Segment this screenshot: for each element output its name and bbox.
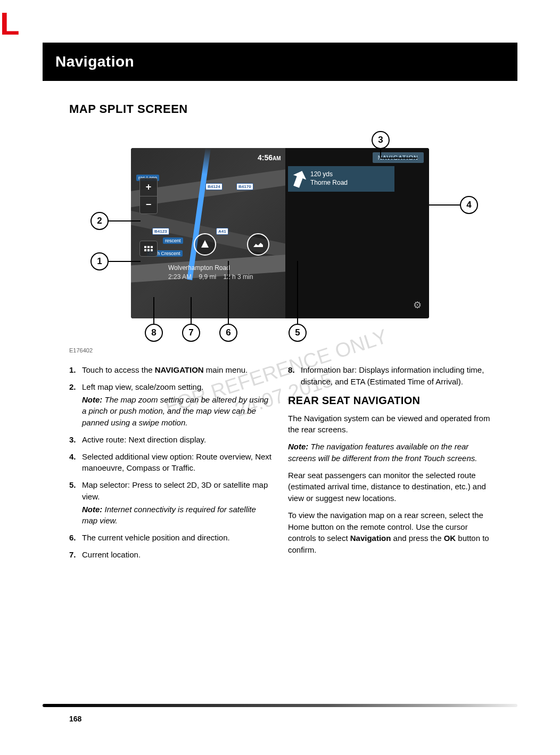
turn-arrow-icon [290, 169, 308, 190]
info-bar: 2:23 AM 9,9 mi 12 h 3 min [168, 273, 258, 281]
list-number: 5. [69, 479, 82, 527]
vehicle-position-icon [194, 233, 216, 256]
list-text: Active route: Next direction display. [82, 434, 272, 446]
list-text: Information bar: Displays information in… [301, 364, 491, 388]
header-title: Navigation [55, 53, 505, 70]
list-text: Touch to access the [82, 365, 155, 374]
list-text: Map selector: Press to select 2D, 3D or … [82, 479, 272, 503]
list-item: 8. Information bar: Displays information… [288, 364, 491, 388]
text: and press the [391, 534, 443, 543]
leader-line [108, 220, 141, 221]
street-label: rescent [163, 237, 183, 244]
direction-road: Thorne Road [310, 179, 348, 187]
leader-line [380, 158, 417, 159]
clock-time: 4:56 [258, 153, 273, 162]
leader-line [297, 261, 298, 325]
list-number: 4. [69, 451, 82, 474]
footer-rule [43, 704, 517, 707]
note-label: Note: [82, 395, 102, 404]
page-number: 168 [69, 715, 81, 723]
leader-line [191, 297, 192, 325]
note-text: The map zoom setting can be altered by u… [82, 395, 268, 428]
info-distance: 9,9 mi [199, 273, 216, 281]
callout-3: 3 [372, 131, 390, 149]
bold-text: OK [444, 534, 456, 543]
left-column: 1. Touch to access the NAVIGATION main m… [69, 364, 272, 566]
nav-screen: ras Lane rescent ough Crescent B4124 B41… [131, 148, 429, 318]
list-item: 4. Selected additional view option: Rout… [69, 451, 272, 474]
callout-6: 6 [219, 324, 237, 342]
direction-distance: 120 yds [310, 170, 348, 179]
paragraph: To view the navigation map on a rear scr… [288, 510, 491, 556]
list-text: Selected additional view option: Route o… [82, 451, 272, 474]
subsection-title: REAR SEAT NAVIGATION [288, 393, 491, 408]
clock: 4:56AM [258, 153, 281, 162]
list-number: 6. [69, 532, 82, 544]
section-title: MAP SPLIT SCREEN [69, 102, 491, 116]
callout-5: 5 [289, 324, 307, 342]
list-number: 3. [69, 434, 82, 446]
brand-letter: L [0, 8, 20, 40]
leader-line [228, 261, 229, 325]
note-label: Note: [82, 505, 102, 514]
list-item: 3. Active route: Next direction display. [69, 434, 272, 446]
callout-4: 4 [460, 196, 478, 214]
figure-code: E176402 [69, 347, 491, 354]
list-item: 2. Left map view, scale/zoom setting. No… [69, 381, 272, 429]
note-text: Internet connectivity is required for sa… [82, 505, 256, 526]
paragraph: Rear seat passengers can monitor the sel… [288, 470, 491, 504]
list-item: 7. Current location. [69, 549, 272, 561]
figure: 3 4 2 1 8 7 6 5 [69, 127, 491, 354]
note-text: The navigation features available on the… [288, 442, 477, 463]
bold-text: Navigation [350, 534, 391, 543]
list-text: Left map view, scale/zoom setting. [82, 381, 272, 393]
note-label: Note: [288, 442, 308, 451]
right-column: 8. Information bar: Displays information… [288, 364, 491, 566]
leader-line [108, 261, 141, 262]
clock-period: AM [273, 155, 281, 161]
list-text: Current location. [82, 549, 272, 561]
road-shield: A41 [216, 228, 228, 235]
list-number: 7. [69, 549, 82, 561]
next-direction-display: 120 yds Thorne Road [288, 166, 394, 192]
callout-8: 8 [145, 324, 163, 342]
list-number: 1. [69, 364, 82, 376]
diagram: 3 4 2 1 8 7 6 5 [78, 127, 482, 345]
list-text: The current vehicle position and directi… [82, 532, 272, 544]
page-header: Navigation [43, 43, 517, 81]
callout-7: 7 [182, 324, 200, 342]
list-item: 5. Map selector: Press to select 2D, 3D … [69, 479, 272, 527]
road-shield: B4123 [152, 228, 169, 235]
list-item: 1. Touch to access the NAVIGATION main m… [69, 364, 272, 376]
zoom-out-button[interactable]: − [140, 196, 157, 214]
callout-2: 2 [90, 212, 109, 230]
menu-grid-button[interactable] [139, 241, 158, 257]
info-eta: 2:23 AM [168, 273, 192, 281]
leader-line [429, 204, 461, 206]
list-text: main menu. [204, 365, 248, 374]
zoom-control[interactable]: + − [139, 178, 158, 214]
list-number: 8. [288, 364, 301, 388]
current-location-label: Wolverhampton Road [168, 264, 230, 272]
settings-icon[interactable]: ⚙ [413, 299, 422, 311]
zoom-in-button[interactable]: + [140, 178, 157, 196]
paragraph: The Navigation system can be viewed and … [288, 413, 491, 436]
leader-line [153, 297, 154, 325]
leader-line [380, 148, 381, 159]
road-shield: B4170 [236, 183, 253, 190]
map-selector-button[interactable] [247, 233, 269, 256]
callout-1: 1 [90, 252, 109, 270]
road-shield: B4124 [205, 183, 223, 190]
list-item: 6. The current vehicle position and dire… [69, 532, 272, 544]
bold-text: NAVIGATION [155, 365, 204, 374]
list-number: 2. [69, 381, 82, 429]
